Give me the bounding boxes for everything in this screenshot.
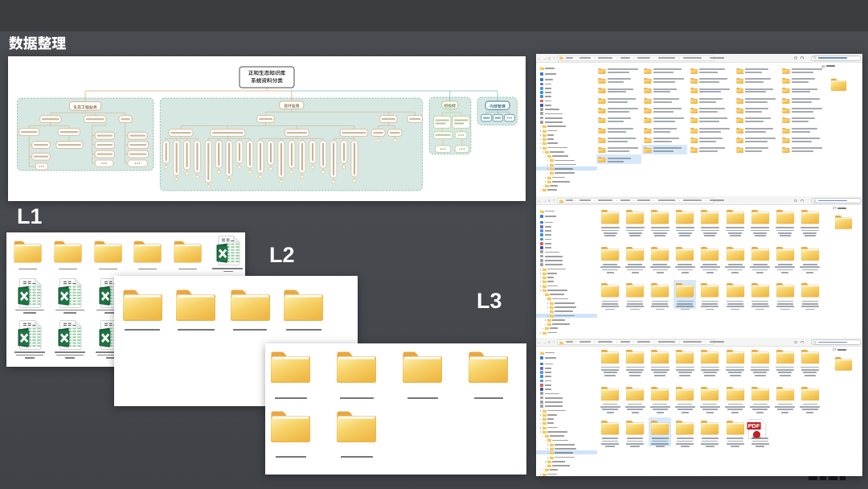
svg-text:PDF: PDF xyxy=(747,422,760,429)
